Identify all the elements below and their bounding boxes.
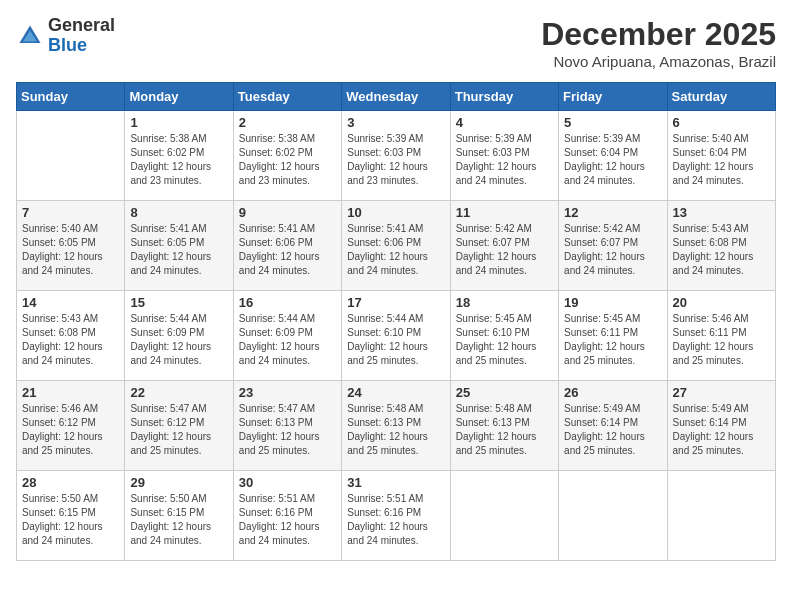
calendar-cell: 20Sunrise: 5:46 AM Sunset: 6:11 PM Dayli… — [667, 291, 775, 381]
day-info: Sunrise: 5:43 AM Sunset: 6:08 PM Dayligh… — [673, 222, 770, 278]
day-info: Sunrise: 5:38 AM Sunset: 6:02 PM Dayligh… — [239, 132, 336, 188]
day-number: 5 — [564, 115, 661, 130]
day-info: Sunrise: 5:40 AM Sunset: 6:05 PM Dayligh… — [22, 222, 119, 278]
calendar-cell: 10Sunrise: 5:41 AM Sunset: 6:06 PM Dayli… — [342, 201, 450, 291]
day-number: 15 — [130, 295, 227, 310]
day-number: 6 — [673, 115, 770, 130]
day-number: 11 — [456, 205, 553, 220]
calendar-cell: 18Sunrise: 5:45 AM Sunset: 6:10 PM Dayli… — [450, 291, 558, 381]
logo-icon — [16, 22, 44, 50]
day-header-wednesday: Wednesday — [342, 83, 450, 111]
calendar-cell: 28Sunrise: 5:50 AM Sunset: 6:15 PM Dayli… — [17, 471, 125, 561]
logo: General Blue — [16, 16, 115, 56]
day-info: Sunrise: 5:47 AM Sunset: 6:13 PM Dayligh… — [239, 402, 336, 458]
day-number: 12 — [564, 205, 661, 220]
day-info: Sunrise: 5:44 AM Sunset: 6:09 PM Dayligh… — [130, 312, 227, 368]
month-title: December 2025 — [541, 16, 776, 53]
calendar-cell: 30Sunrise: 5:51 AM Sunset: 6:16 PM Dayli… — [233, 471, 341, 561]
day-number: 21 — [22, 385, 119, 400]
day-info: Sunrise: 5:49 AM Sunset: 6:14 PM Dayligh… — [673, 402, 770, 458]
day-header-friday: Friday — [559, 83, 667, 111]
day-info: Sunrise: 5:44 AM Sunset: 6:10 PM Dayligh… — [347, 312, 444, 368]
day-number: 16 — [239, 295, 336, 310]
day-number: 28 — [22, 475, 119, 490]
day-number: 26 — [564, 385, 661, 400]
day-number: 23 — [239, 385, 336, 400]
week-row-2: 7Sunrise: 5:40 AM Sunset: 6:05 PM Daylig… — [17, 201, 776, 291]
day-number: 13 — [673, 205, 770, 220]
day-info: Sunrise: 5:42 AM Sunset: 6:07 PM Dayligh… — [564, 222, 661, 278]
day-number: 18 — [456, 295, 553, 310]
day-info: Sunrise: 5:51 AM Sunset: 6:16 PM Dayligh… — [239, 492, 336, 548]
day-info: Sunrise: 5:45 AM Sunset: 6:11 PM Dayligh… — [564, 312, 661, 368]
day-number: 20 — [673, 295, 770, 310]
day-number: 4 — [456, 115, 553, 130]
day-number: 22 — [130, 385, 227, 400]
calendar-cell: 31Sunrise: 5:51 AM Sunset: 6:16 PM Dayli… — [342, 471, 450, 561]
calendar-cell: 5Sunrise: 5:39 AM Sunset: 6:04 PM Daylig… — [559, 111, 667, 201]
calendar-cell — [559, 471, 667, 561]
calendar-cell: 16Sunrise: 5:44 AM Sunset: 6:09 PM Dayli… — [233, 291, 341, 381]
day-number: 31 — [347, 475, 444, 490]
location-subtitle: Novo Aripuana, Amazonas, Brazil — [541, 53, 776, 70]
day-number: 8 — [130, 205, 227, 220]
day-info: Sunrise: 5:39 AM Sunset: 6:03 PM Dayligh… — [456, 132, 553, 188]
logo-general: General — [48, 15, 115, 35]
day-info: Sunrise: 5:43 AM Sunset: 6:08 PM Dayligh… — [22, 312, 119, 368]
day-info: Sunrise: 5:46 AM Sunset: 6:11 PM Dayligh… — [673, 312, 770, 368]
calendar-cell: 7Sunrise: 5:40 AM Sunset: 6:05 PM Daylig… — [17, 201, 125, 291]
day-number: 7 — [22, 205, 119, 220]
day-header-sunday: Sunday — [17, 83, 125, 111]
day-info: Sunrise: 5:39 AM Sunset: 6:03 PM Dayligh… — [347, 132, 444, 188]
calendar-cell: 11Sunrise: 5:42 AM Sunset: 6:07 PM Dayli… — [450, 201, 558, 291]
calendar-cell: 14Sunrise: 5:43 AM Sunset: 6:08 PM Dayli… — [17, 291, 125, 381]
day-number: 9 — [239, 205, 336, 220]
day-info: Sunrise: 5:50 AM Sunset: 6:15 PM Dayligh… — [22, 492, 119, 548]
calendar-cell: 9Sunrise: 5:41 AM Sunset: 6:06 PM Daylig… — [233, 201, 341, 291]
day-info: Sunrise: 5:41 AM Sunset: 6:06 PM Dayligh… — [239, 222, 336, 278]
week-row-4: 21Sunrise: 5:46 AM Sunset: 6:12 PM Dayli… — [17, 381, 776, 471]
calendar-cell: 19Sunrise: 5:45 AM Sunset: 6:11 PM Dayli… — [559, 291, 667, 381]
week-row-3: 14Sunrise: 5:43 AM Sunset: 6:08 PM Dayli… — [17, 291, 776, 381]
title-block: December 2025 Novo Aripuana, Amazonas, B… — [541, 16, 776, 70]
day-info: Sunrise: 5:39 AM Sunset: 6:04 PM Dayligh… — [564, 132, 661, 188]
calendar-cell — [17, 111, 125, 201]
calendar-cell: 12Sunrise: 5:42 AM Sunset: 6:07 PM Dayli… — [559, 201, 667, 291]
day-info: Sunrise: 5:40 AM Sunset: 6:04 PM Dayligh… — [673, 132, 770, 188]
day-number: 3 — [347, 115, 444, 130]
day-info: Sunrise: 5:48 AM Sunset: 6:13 PM Dayligh… — [347, 402, 444, 458]
day-header-thursday: Thursday — [450, 83, 558, 111]
calendar-cell: 22Sunrise: 5:47 AM Sunset: 6:12 PM Dayli… — [125, 381, 233, 471]
calendar-cell: 3Sunrise: 5:39 AM Sunset: 6:03 PM Daylig… — [342, 111, 450, 201]
day-info: Sunrise: 5:46 AM Sunset: 6:12 PM Dayligh… — [22, 402, 119, 458]
day-info: Sunrise: 5:47 AM Sunset: 6:12 PM Dayligh… — [130, 402, 227, 458]
day-number: 25 — [456, 385, 553, 400]
calendar-cell: 8Sunrise: 5:41 AM Sunset: 6:05 PM Daylig… — [125, 201, 233, 291]
calendar-cell: 29Sunrise: 5:50 AM Sunset: 6:15 PM Dayli… — [125, 471, 233, 561]
page-header: General Blue December 2025 Novo Aripuana… — [16, 16, 776, 70]
day-header-monday: Monday — [125, 83, 233, 111]
calendar-cell: 26Sunrise: 5:49 AM Sunset: 6:14 PM Dayli… — [559, 381, 667, 471]
day-number: 14 — [22, 295, 119, 310]
day-number: 2 — [239, 115, 336, 130]
day-info: Sunrise: 5:38 AM Sunset: 6:02 PM Dayligh… — [130, 132, 227, 188]
day-info: Sunrise: 5:41 AM Sunset: 6:05 PM Dayligh… — [130, 222, 227, 278]
day-info: Sunrise: 5:48 AM Sunset: 6:13 PM Dayligh… — [456, 402, 553, 458]
calendar-cell: 1Sunrise: 5:38 AM Sunset: 6:02 PM Daylig… — [125, 111, 233, 201]
day-number: 30 — [239, 475, 336, 490]
calendar-cell: 4Sunrise: 5:39 AM Sunset: 6:03 PM Daylig… — [450, 111, 558, 201]
day-header-saturday: Saturday — [667, 83, 775, 111]
calendar-cell: 27Sunrise: 5:49 AM Sunset: 6:14 PM Dayli… — [667, 381, 775, 471]
calendar-cell: 6Sunrise: 5:40 AM Sunset: 6:04 PM Daylig… — [667, 111, 775, 201]
day-info: Sunrise: 5:42 AM Sunset: 6:07 PM Dayligh… — [456, 222, 553, 278]
day-info: Sunrise: 5:49 AM Sunset: 6:14 PM Dayligh… — [564, 402, 661, 458]
calendar-cell: 17Sunrise: 5:44 AM Sunset: 6:10 PM Dayli… — [342, 291, 450, 381]
logo-text: General Blue — [48, 16, 115, 56]
day-number: 1 — [130, 115, 227, 130]
week-row-1: 1Sunrise: 5:38 AM Sunset: 6:02 PM Daylig… — [17, 111, 776, 201]
header-row: SundayMondayTuesdayWednesdayThursdayFrid… — [17, 83, 776, 111]
calendar-cell — [667, 471, 775, 561]
day-info: Sunrise: 5:51 AM Sunset: 6:16 PM Dayligh… — [347, 492, 444, 548]
calendar-body: 1Sunrise: 5:38 AM Sunset: 6:02 PM Daylig… — [17, 111, 776, 561]
calendar-cell: 24Sunrise: 5:48 AM Sunset: 6:13 PM Dayli… — [342, 381, 450, 471]
